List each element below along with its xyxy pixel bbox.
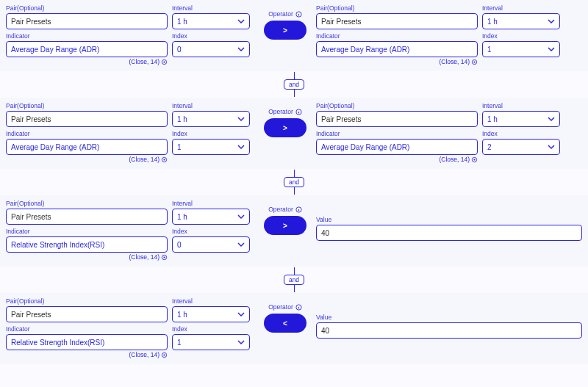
chevron-down-icon [237,115,245,123]
condition-row: Pair(Optional)Pair PresetsIndicatorAvera… [0,98,588,169]
left-interval-select[interactable]: 1 h [172,13,250,29]
operator-badge[interactable]: > [264,118,306,137]
connector: and [0,267,588,293]
connector-pill[interactable]: and [284,275,304,285]
connector-pill[interactable]: and [284,79,304,90]
gear-icon[interactable] [161,352,168,358]
left-interval-select[interactable]: 1 h [172,111,250,127]
label-index: Index [172,325,250,333]
indicator-meta[interactable]: (Close, 14) [6,351,168,358]
left-interval-select[interactable]: 1 h [172,209,250,225]
chevron-down-icon [237,143,245,151]
left-pair-input[interactable]: Pair Presets [6,13,168,29]
label-index: Index [482,32,560,40]
svg-point-6 [473,61,475,62]
label-operator: Operator [268,10,302,18]
chevron-down-icon [237,46,245,53]
label-indicator: Indicator [316,32,478,40]
right-interval-select[interactable]: 1 h [482,111,560,127]
operator-badge[interactable]: > [264,216,306,235]
svg-point-13 [473,159,475,160]
svg-point-15 [163,256,165,258]
right-pair-input[interactable]: Pair Presets [316,111,478,127]
left-indicator-input[interactable]: Average Day Range (ADR) [6,139,168,155]
svg-point-1 [163,61,165,62]
value-input[interactable]: 40 [316,225,582,241]
connector: and [0,169,588,195]
operator-badge[interactable]: > [264,21,306,40]
label-operator: Operator [268,206,302,213]
chevron-down-icon [548,115,555,123]
condition-row: Pair(Optional)Pair PresetsIndicatorAvera… [0,0,588,71]
label-pair: Pair(Optional) [6,4,168,12]
label-operator: Operator [268,108,302,115]
value-input[interactable]: 40 [316,322,582,339]
label-interval: Interval [172,102,250,109]
left-indicator-input[interactable]: Average Day Range (ADR) [6,41,168,57]
right-index-select[interactable]: 1 [482,41,560,57]
left-pair-input[interactable]: Pair Presets [6,111,168,127]
left-pair-input[interactable]: Pair Presets [6,306,168,322]
chevron-down-icon [548,46,555,53]
label-operator: Operator [268,303,302,311]
indicator-meta[interactable]: (Close, 14) [6,58,168,65]
condition-row: Pair(Optional)Pair PresetsIndicatorRelat… [0,293,588,364]
svg-point-8 [163,159,165,160]
info-icon[interactable] [295,11,302,18]
chevron-down-icon [548,143,555,151]
operator-badge[interactable]: < [264,314,306,333]
right-index-select[interactable]: 2 [482,139,560,155]
label-interval: Interval [172,297,250,305]
label-index: Index [482,130,560,137]
label-interval: Interval [172,200,250,207]
chevron-down-icon [237,311,245,318]
left-index-select[interactable]: 0 [172,236,250,253]
label-index: Index [172,32,250,40]
gear-icon[interactable] [161,156,168,163]
indicator-meta[interactable]: (Close, 14) [6,156,168,163]
label-interval: Interval [482,4,560,12]
chevron-down-icon [237,339,245,346]
info-icon[interactable] [295,206,302,213]
label-indicator: Indicator [6,130,168,137]
gear-icon[interactable] [471,59,478,65]
label-pair: Pair(Optional) [316,4,478,12]
chevron-down-icon [237,241,245,248]
label-interval: Interval [172,4,250,12]
indicator-meta[interactable]: (Close, 14) [6,253,168,261]
right-indicator-input[interactable]: Average Day Range (ADR) [316,139,478,155]
right-pair-input[interactable]: Pair Presets [316,13,478,29]
chevron-down-icon [237,213,245,220]
left-indicator-input[interactable]: Relative Strength Index(RSI) [6,236,168,253]
label-pair: Pair(Optional) [6,102,168,109]
gear-icon[interactable] [471,156,478,163]
left-interval-select[interactable]: 1 h [172,306,250,322]
right-interval-select[interactable]: 1 h [482,13,560,29]
gear-icon[interactable] [161,254,168,261]
left-index-select[interactable]: 1 [172,139,250,155]
connector-pill[interactable]: and [284,177,304,187]
label-indicator: Indicator [6,325,168,333]
label-indicator: Indicator [316,130,478,137]
left-index-select[interactable]: 1 [172,334,250,350]
indicator-meta[interactable]: (Close, 14) [316,156,478,163]
right-indicator-input[interactable]: Average Day Range (ADR) [316,41,478,57]
info-icon[interactable] [295,304,302,311]
gear-icon[interactable] [161,59,168,65]
label-index: Index [172,130,250,137]
indicator-meta[interactable]: (Close, 14) [316,58,478,65]
connector: and [0,71,588,98]
svg-point-20 [163,354,165,355]
info-icon[interactable] [295,109,302,115]
label-pair: Pair(Optional) [316,102,478,109]
left-index-select[interactable]: 0 [172,41,250,57]
label-interval: Interval [482,102,560,109]
label-value: Value [316,216,582,223]
left-indicator-input[interactable]: Relative Strength Index(RSI) [6,334,168,350]
label-indicator: Indicator [6,228,168,235]
label-pair: Pair(Optional) [6,297,168,305]
label-pair: Pair(Optional) [6,200,168,207]
chevron-down-icon [237,18,245,25]
label-indicator: Indicator [6,32,168,40]
left-pair-input[interactable]: Pair Presets [6,209,168,225]
